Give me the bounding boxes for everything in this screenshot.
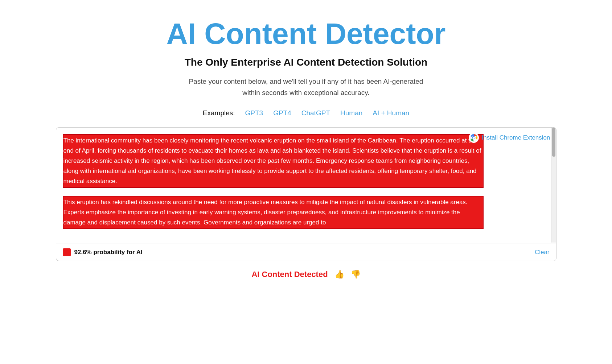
example-link-ai-human[interactable]: AI + Human [373, 109, 409, 117]
text-content-area[interactable]: The international community has been clo… [56, 128, 556, 244]
page-title: AI Content Detector [167, 17, 446, 50]
example-link-gpt3[interactable]: GPT3 [245, 109, 263, 117]
status-bar: 92.6% probability for AI Clear [56, 244, 556, 261]
ai-detected-label: AI Content Detected [251, 270, 328, 279]
ai-indicator-square [63, 248, 71, 256]
thumbs-down-icon[interactable]: 👎 [351, 270, 361, 279]
examples-label: Examples: [203, 109, 235, 117]
example-link-chatgpt[interactable]: ChatGPT [301, 109, 330, 117]
content-box: Install Chrome Extension The internation… [56, 127, 556, 261]
page-description: Paste your content below, and we'll tell… [189, 76, 423, 98]
highlighted-paragraph-2: This eruption has rekindled discussions … [63, 196, 484, 229]
page-subtitle: The Only Enterprise AI Content Detection… [185, 57, 427, 68]
example-link-gpt4[interactable]: GPT4 [273, 109, 291, 117]
result-row: AI Content Detected 👍 👎 [251, 270, 360, 279]
probability-row: 92.6% probability for AI [63, 248, 143, 256]
examples-row: Examples: GPT3 GPT4 ChatGPT Human AI + H… [203, 109, 409, 117]
highlighted-paragraph-1: The international community has been clo… [63, 134, 484, 188]
thumbs-up-icon[interactable]: 👍 [334, 270, 344, 279]
probability-label: 92.6% probability for AI [74, 249, 143, 256]
example-link-human[interactable]: Human [340, 109, 362, 117]
clear-button[interactable]: Clear [535, 249, 550, 256]
